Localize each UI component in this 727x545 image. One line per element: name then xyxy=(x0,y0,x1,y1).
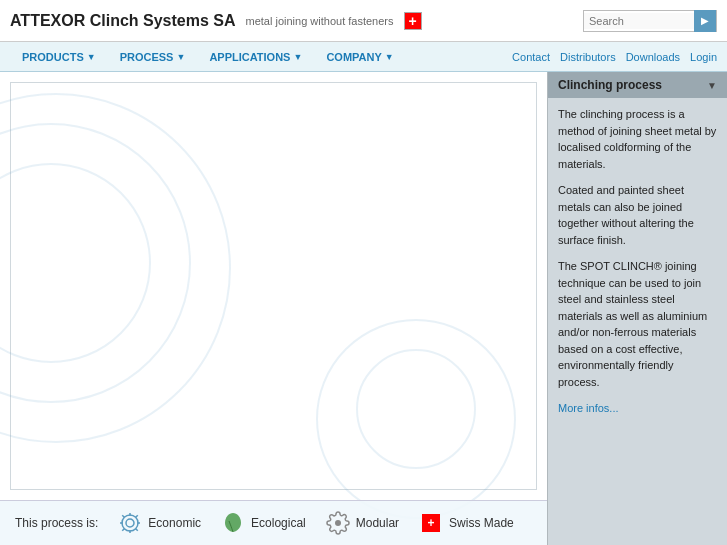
process-item-swiss: + Swiss Made xyxy=(419,511,514,535)
search-box[interactable]: ▶ xyxy=(583,10,717,32)
nav-label-applications: APPLICATIONS xyxy=(209,51,290,63)
sidebar-para-1: The clinching process is a method of joi… xyxy=(558,106,717,172)
watermark-circle-1 xyxy=(0,163,151,363)
sidebar-para-3: The SPOT CLINCH® joining technique can b… xyxy=(558,258,717,390)
main-nav: PRODUCTS ▼ PROCESS ▼ APPLICATIONS ▼ COMP… xyxy=(10,45,406,69)
nav-label-company: COMPANY xyxy=(326,51,381,63)
process-item-economic: Economic xyxy=(118,511,201,535)
modular-label: Modular xyxy=(356,516,399,530)
content-white-box xyxy=(10,82,537,490)
sidebar-title: Clinching process xyxy=(558,78,662,92)
chevron-down-icon: ▼ xyxy=(176,52,185,62)
sidebar-para-2: Coated and painted sheet metals can also… xyxy=(558,182,717,248)
header-left: ATTEXOR Clinch Systems SA metal joining … xyxy=(10,12,422,30)
nav-contact[interactable]: Contact xyxy=(512,51,550,63)
main-content: This process is: xyxy=(0,72,727,545)
svg-line-6 xyxy=(123,515,125,517)
site-tagline: metal joining without fasteners xyxy=(246,15,394,27)
site-header: ATTEXOR Clinch Systems SA metal joining … xyxy=(0,0,727,42)
svg-line-9 xyxy=(123,529,125,531)
process-item-modular: Modular xyxy=(326,511,399,535)
ecological-label: Ecological xyxy=(251,516,306,530)
nav-label-process: PROCESS xyxy=(120,51,174,63)
content-inner: This process is: xyxy=(0,72,547,545)
nav-item-products[interactable]: PRODUCTS ▼ xyxy=(10,45,108,69)
nav-item-company[interactable]: COMPANY ▼ xyxy=(314,45,405,69)
watermark-circle-3 xyxy=(0,93,231,443)
gear-icon xyxy=(326,511,350,535)
economic-label: Economic xyxy=(148,516,201,530)
chevron-down-icon: ▼ xyxy=(385,52,394,62)
watermark-circle-4 xyxy=(356,349,476,469)
nav-item-process[interactable]: PROCESS ▼ xyxy=(108,45,198,69)
more-infos-link[interactable]: More infos... xyxy=(558,402,619,414)
search-button[interactable]: ▶ xyxy=(694,10,716,32)
svg-point-0 xyxy=(122,515,138,531)
nav-item-applications[interactable]: APPLICATIONS ▼ xyxy=(197,45,314,69)
leaf-icon xyxy=(221,511,245,535)
swiss-cross-icon: + xyxy=(422,514,440,532)
secondary-nav: Contact Distributors Downloads Login xyxy=(512,51,717,63)
nav-label-products: PRODUCTS xyxy=(22,51,84,63)
swiss-made-label: Swiss Made xyxy=(449,516,514,530)
process-prefix: This process is: xyxy=(15,516,98,530)
sidebar-content: The clinching process is a method of joi… xyxy=(548,98,727,545)
navigation-bar: PRODUCTS ▼ PROCESS ▼ APPLICATIONS ▼ COMP… xyxy=(0,42,727,72)
nav-login[interactable]: Login xyxy=(690,51,717,63)
site-title: ATTEXOR Clinch Systems SA xyxy=(10,12,236,30)
chevron-down-icon: ▼ xyxy=(87,52,96,62)
process-item-ecological: Ecological xyxy=(221,511,306,535)
svg-point-1 xyxy=(126,519,134,527)
sidebar-header[interactable]: Clinching process ▼ xyxy=(548,72,727,98)
chevron-down-icon: ▼ xyxy=(707,80,717,91)
economic-icon xyxy=(118,511,142,535)
watermark-circle-2 xyxy=(0,123,191,403)
svg-line-8 xyxy=(136,515,138,517)
search-input[interactable] xyxy=(584,13,694,29)
nav-downloads[interactable]: Downloads xyxy=(626,51,680,63)
svg-line-7 xyxy=(136,529,138,531)
sidebar: Clinching process ▼ The clinching proces… xyxy=(547,72,727,545)
swiss-flag-icon xyxy=(404,12,422,30)
content-area: This process is: xyxy=(0,72,547,545)
chevron-down-icon: ▼ xyxy=(293,52,302,62)
nav-distributors[interactable]: Distributors xyxy=(560,51,616,63)
watermark-circle-5 xyxy=(316,319,516,519)
process-bar: This process is: xyxy=(0,500,547,545)
swiss-made-icon: + xyxy=(419,511,443,535)
